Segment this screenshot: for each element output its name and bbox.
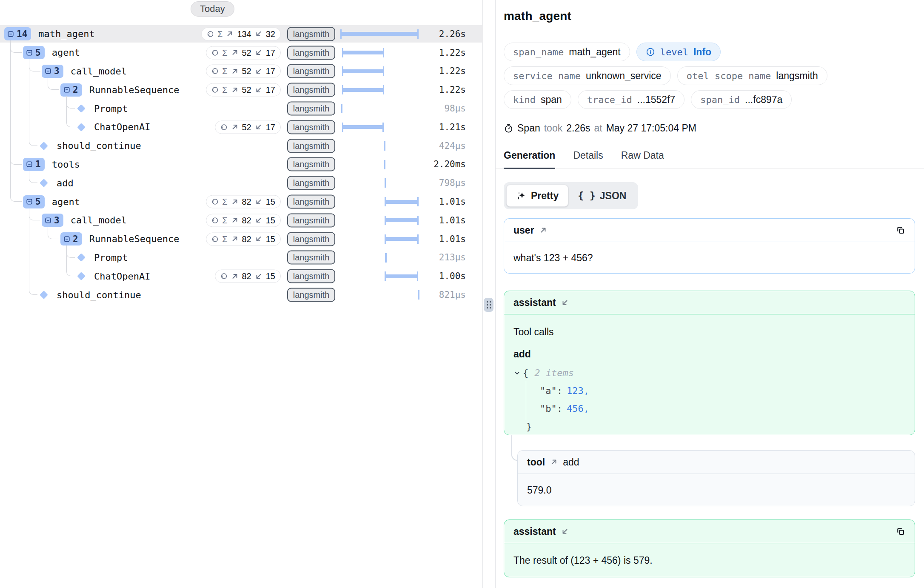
chip-kind: kindspan (504, 90, 571, 109)
input-tokens: 82 (242, 215, 251, 225)
chip-row: service_nameunknown_serviceotel_scope_na… (504, 66, 827, 85)
view-option-label: JSON (600, 190, 627, 202)
tree-row[interactable]: 5agentΣ8215langsmith1.01s (0, 192, 483, 211)
duration-tick (418, 290, 419, 300)
child-count: 2 (73, 234, 78, 244)
tool-name: add (563, 457, 579, 468)
tree-connector-elbow (29, 288, 37, 295)
tree-row[interactable]: 3call_modelΣ8215langsmith1.01s (0, 211, 483, 230)
leaf-diamond-icon (77, 272, 86, 280)
collapse-minus-icon (26, 198, 33, 205)
collapse-badge[interactable]: 5 (23, 195, 45, 208)
tree-connector-elbow (66, 251, 75, 258)
chevron-down-icon[interactable] (513, 369, 521, 377)
tree-row[interactable]: 1toolslangsmith2.20ms (0, 155, 483, 174)
copy-button[interactable] (896, 226, 905, 235)
tree-row[interactable]: 14math_agentΣ13432langsmith2.26s (0, 25, 483, 43)
duration-label: 213µs (439, 252, 466, 263)
date-filter-pill[interactable]: Today (191, 1, 234, 17)
collapse-badge[interactable]: 2 (60, 232, 82, 245)
view-option-json[interactable]: { }JSON (568, 185, 636, 207)
timeline-bar-area (340, 174, 421, 192)
tree-row[interactable]: 2RunnableSequenceΣ8215langsmith1.01s (0, 230, 483, 248)
message-role: tool (527, 457, 545, 468)
vendor-chip: langsmith (287, 46, 335, 60)
span-title: math_agent (504, 9, 571, 23)
open-arrow-sw-icon[interactable] (561, 528, 569, 535)
tree-connector-elbow (10, 194, 22, 202)
sum-sigma-icon: Σ (222, 48, 227, 57)
sum-sigma-icon: Σ (222, 66, 227, 76)
tool-args-json: {2 items"a":123,"b":456,} (513, 364, 905, 435)
json-key: "a": (540, 385, 562, 396)
message-role: assistant (513, 297, 556, 308)
chip-value: ...fc897a (745, 94, 782, 106)
output-tokens-arrow-icon (255, 272, 262, 280)
collapse-badge[interactable]: 5 (23, 46, 45, 59)
tree-row[interactable]: should_continuelangsmith424µs (0, 137, 483, 155)
leaf-diamond-icon (40, 179, 48, 187)
collapse-badge[interactable]: 14 (4, 27, 31, 40)
timing-word: at (594, 123, 602, 134)
open-arrow-ne-icon[interactable] (539, 226, 547, 234)
duration-label: 1.22s (439, 66, 466, 76)
timeline-bar-area (340, 25, 421, 43)
span-name-label: RunnableSequence (89, 234, 180, 244)
tab-generation[interactable]: Generation (504, 150, 555, 169)
tree-row[interactable]: 2RunnableSequenceΣ5217langsmith1.22s (0, 80, 483, 99)
grip-dots-icon (487, 301, 491, 308)
tree-row[interactable]: addlangsmith798µs (0, 174, 483, 192)
view-option-pretty[interactable]: Pretty (506, 185, 568, 207)
open-arrow-sw-icon[interactable] (561, 299, 569, 306)
panel-resize-handle[interactable] (484, 298, 493, 312)
duration-label: 1.00s (439, 271, 466, 281)
message-card-header: tooladd (518, 451, 915, 474)
langsmith-trace-view: Today 14math_agentΣ13432langsmith2.26s5a… (0, 0, 924, 588)
input-tokens-arrow-icon (231, 198, 239, 206)
chip-service_name: service_nameunknown_service (504, 66, 671, 85)
tab-raw-data[interactable]: Raw Data (621, 150, 664, 168)
json-value: 456, (567, 403, 589, 414)
span-name-label: call_model (71, 215, 127, 225)
tool-call-connector (511, 435, 517, 461)
tree-connector-trunk (29, 59, 30, 139)
json-value: 123, (567, 385, 589, 396)
duration-label: 1.22s (439, 48, 466, 58)
tree-row[interactable]: 5agentΣ5217langsmith1.22s (0, 43, 483, 62)
duration-tick (385, 178, 386, 188)
copy-button[interactable] (896, 527, 905, 536)
tree-connector-trunk (29, 208, 30, 288)
duration-label: 798µs (439, 178, 466, 188)
tree-node: Prompt (76, 248, 128, 267)
tree-connector-trunk (48, 227, 48, 232)
duration-label: 98µs (444, 103, 466, 114)
output-tokens: 15 (266, 197, 275, 207)
token-coin-icon (211, 68, 219, 75)
tree-row[interactable]: should_continuelangsmith821µs (0, 285, 483, 304)
child-count: 5 (35, 197, 41, 207)
timeline-bar-area (340, 211, 421, 230)
collapse-badge[interactable]: 3 (42, 65, 63, 78)
duration-label: 2.20ms (433, 159, 466, 169)
collapse-badge[interactable]: 3 (42, 214, 63, 227)
collapse-badge[interactable]: 2 (60, 83, 82, 97)
tab-details[interactable]: Details (573, 150, 603, 168)
message-text: 579.0 (527, 474, 905, 507)
chip-row: span_namemath_agentlevelInfo (504, 43, 721, 61)
vendor-chip: langsmith (287, 176, 335, 190)
token-coin-icon (220, 273, 228, 280)
duration-label: 424µs (439, 141, 466, 151)
input-tokens: 52 (242, 66, 251, 76)
tree-row[interactable]: 3call_modelΣ5217langsmith1.22s (0, 62, 483, 81)
token-usage-chip: Σ8215 (206, 195, 281, 208)
input-tokens: 52 (242, 48, 251, 57)
child-count: 5 (35, 48, 41, 58)
token-coin-icon (220, 123, 228, 131)
input-tokens: 82 (242, 271, 251, 281)
chip-trace_id: trace_id...1552f7 (578, 90, 685, 109)
open-arrow-ne-icon[interactable] (550, 458, 558, 466)
collapse-badge[interactable]: 1 (23, 158, 45, 171)
span-timing-line: Spantook2.26satMay 27 17:05:04 PM (504, 123, 696, 134)
message-card-body: 579.0 (518, 474, 915, 507)
input-tokens-arrow-icon (231, 86, 239, 94)
